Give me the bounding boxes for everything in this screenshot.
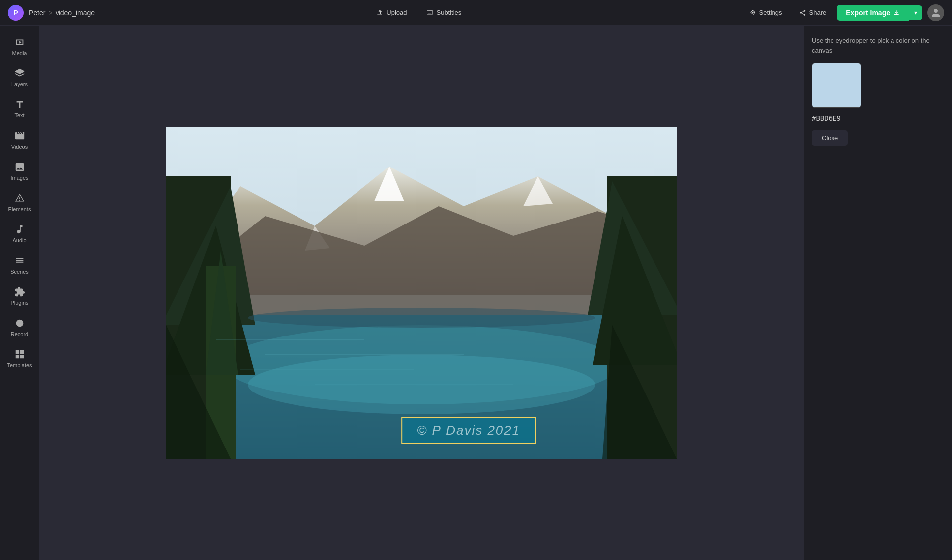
upload-label: Upload [386,9,407,16]
subtitles-button[interactable]: Subtitles [421,6,466,19]
eyedropper-hint: Use the eyedropper to pick a color on th… [812,36,944,55]
sidebar-item-images[interactable]: Images [0,156,39,187]
plugins-icon [14,286,25,297]
audio-icon [14,224,25,235]
sidebar-item-scenes-label: Scenes [10,269,29,275]
canvas-area: © P Davis 2021 [40,26,803,560]
sidebar-item-images-label: Images [10,175,28,181]
sidebar-item-plugins-label: Plugins [10,300,28,306]
canvas-text-content: © P Davis 2021 [417,423,520,438]
breadcrumb: Peter > video_image [29,9,95,17]
sidebar-item-videos-label: Videos [11,144,28,150]
scenes-icon [14,255,25,266]
sidebar-item-templates[interactable]: Templates [0,343,39,374]
templates-icon [14,349,25,360]
share-button[interactable]: Share [793,6,833,19]
chevron-down-icon: ▾ [914,9,917,16]
sidebar-item-scenes[interactable]: Scenes [0,249,39,280]
close-label: Close [822,134,838,142]
color-hex-value: #BBD6E9 [812,114,841,122]
sidebar-item-text-label: Text [14,112,24,118]
settings-button[interactable]: Settings [743,6,788,19]
sidebar-item-elements[interactable]: Elements [0,187,39,218]
export-button[interactable]: Export Image [837,5,909,21]
sidebar-item-record[interactable]: Record [0,312,39,343]
canvas-image: © P Davis 2021 [166,127,677,459]
svg-point-0 [16,320,23,327]
export-label: Export Image [846,9,890,17]
upload-button[interactable]: Upload [371,6,412,19]
logo: P [8,5,24,21]
topbar: P Peter > video_image Upload Subtitles S… [0,0,952,26]
sidebar-item-layers-label: Layers [11,81,28,87]
svg-point-19 [248,308,595,328]
sidebar-item-text[interactable]: Text [0,93,39,124]
sidebar-item-layers[interactable]: Layers [0,62,39,93]
main-layout: Media Layers Text Videos Images Elements… [0,26,952,560]
share-label: Share [809,9,827,16]
sidebar-item-audio[interactable]: Audio [0,218,39,249]
media-icon [14,37,25,48]
breadcrumb-page: video_image [56,9,95,17]
settings-label: Settings [759,9,782,16]
sidebar-item-elements-label: Elements [8,206,31,212]
images-icon [14,162,25,172]
layers-icon [14,68,25,79]
subtitles-label: Subtitles [436,9,461,16]
breadcrumb-separator: > [48,9,52,17]
record-icon [14,318,25,329]
sidebar-item-videos[interactable]: Videos [0,124,39,156]
color-preview [812,63,861,108]
topbar-left: P Peter > video_image [8,5,95,21]
export-dropdown-button[interactable]: ▾ [909,5,922,20]
export-group: Export Image ▾ [837,5,922,21]
breadcrumb-user: Peter [29,9,45,17]
right-panel: Use the eyedropper to pick a color on th… [803,26,952,560]
scene-svg [166,127,677,459]
avatar [927,4,944,21]
close-button[interactable]: Close [812,130,848,146]
sidebar-item-media[interactable]: Media [0,31,39,62]
sidebar-item-templates-label: Templates [7,362,32,368]
sidebar-item-media-label: Media [12,50,27,56]
canvas-container[interactable]: © P Davis 2021 [166,127,677,459]
sidebar: Media Layers Text Videos Images Elements… [0,26,40,560]
sidebar-item-audio-label: Audio [12,237,26,243]
elements-icon [14,193,25,204]
topbar-center: Upload Subtitles [371,6,466,19]
sidebar-item-plugins[interactable]: Plugins [0,280,39,312]
sidebar-item-record-label: Record [11,331,28,337]
canvas-text-overlay[interactable]: © P Davis 2021 [401,417,536,444]
text-icon [14,99,25,110]
topbar-right: Settings Share Export Image ▾ [743,4,944,21]
videos-icon [14,130,25,141]
logo-initial: P [13,9,18,17]
